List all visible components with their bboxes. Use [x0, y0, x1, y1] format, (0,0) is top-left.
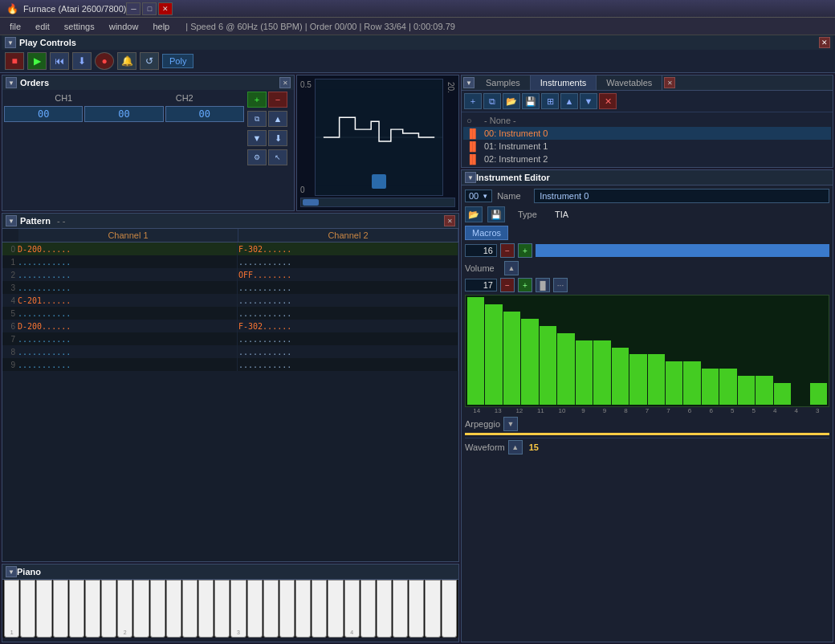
- volume-chart-btn[interactable]: ▐▌: [536, 278, 550, 292]
- piano-key-f1[interactable]: [53, 580, 68, 638]
- piano-key-d2[interactable]: [133, 580, 149, 638]
- piano-key-e3[interactable]: [263, 580, 279, 638]
- samples-close[interactable]: ✕: [664, 77, 675, 88]
- sample-none[interactable]: ○ - None -: [463, 114, 831, 127]
- piano-collapse[interactable]: ▼: [6, 566, 17, 577]
- piano-key-g1[interactable]: [69, 580, 84, 638]
- close-window-button[interactable]: ✕: [158, 2, 173, 15]
- orders-collapse[interactable]: ▼: [6, 77, 17, 88]
- piano-key-b2[interactable]: [214, 580, 230, 638]
- piano-key-g2[interactable]: [182, 580, 198, 638]
- menu-window[interactable]: window: [103, 20, 145, 33]
- orders-select[interactable]: ⚙: [247, 149, 267, 165]
- piano-key-f4[interactable]: [393, 580, 408, 638]
- samples-copy[interactable]: ⧉: [483, 93, 501, 109]
- ie-id-dropdown[interactable]: 00 ▼: [465, 190, 492, 202]
- orders-add[interactable]: +: [247, 92, 267, 108]
- piano-key-e2[interactable]: [150, 580, 165, 638]
- table-row[interactable]: 3 ........... ...........: [2, 281, 458, 294]
- play-button[interactable]: ▶: [27, 52, 47, 70]
- piano-key-a1[interactable]: [85, 580, 100, 638]
- samples-collapse[interactable]: ▼: [463, 77, 475, 88]
- play-controls-close[interactable]: ✕: [819, 37, 830, 48]
- samples-add[interactable]: +: [464, 93, 482, 109]
- piano-key-a2[interactable]: [198, 580, 214, 638]
- poly-button[interactable]: Poly: [162, 54, 193, 68]
- ie-collapse[interactable]: ▼: [465, 172, 476, 183]
- table-row[interactable]: 0 D-200...... F-302......: [2, 243, 458, 255]
- pattern-collapse[interactable]: ▼: [6, 215, 17, 226]
- tab-samples[interactable]: Samples: [476, 75, 531, 90]
- order-cell-ch2[interactable]: 00: [165, 106, 244, 122]
- list-item[interactable]: ▐▌ 02: Instrument 2: [463, 153, 831, 165]
- volume-num-input[interactable]: 17: [465, 279, 497, 291]
- order-cell-row[interactable]: 00: [4, 106, 83, 122]
- piano-key-c1[interactable]: 1: [4, 580, 19, 638]
- samples-group[interactable]: ⊞: [541, 93, 559, 109]
- macro-num-input[interactable]: 16: [465, 244, 497, 257]
- piano-key-c4[interactable]: 4: [344, 580, 360, 638]
- metronome-button[interactable]: 🔔: [117, 52, 136, 70]
- table-row[interactable]: 4 C-201...... ...........: [2, 294, 458, 307]
- wave-scrollbar-h[interactable]: [303, 199, 319, 206]
- piano-key-g4[interactable]: [409, 580, 424, 638]
- menu-help[interactable]: help: [146, 20, 176, 33]
- piano-key-b3[interactable]: [328, 580, 343, 638]
- menu-settings[interactable]: settings: [58, 20, 101, 33]
- wave-scroll-x[interactable]: [372, 174, 386, 189]
- order-cell-ch1[interactable]: 00: [84, 106, 163, 122]
- samples-down[interactable]: ▼: [580, 93, 597, 109]
- menu-file[interactable]: file: [3, 20, 27, 33]
- piano-key-d1[interactable]: [20, 580, 35, 638]
- volume-expand-btn[interactable]: ▲: [504, 261, 519, 275]
- arpeggio-expand-btn[interactable]: ▼: [503, 417, 518, 431]
- table-row[interactable]: 5 ........... ...........: [2, 307, 458, 320]
- samples-open[interactable]: 📂: [503, 93, 520, 109]
- piano-key-g3[interactable]: [295, 580, 311, 638]
- play-controls-collapse[interactable]: ▼: [5, 37, 16, 48]
- ie-load-btn[interactable]: 📂: [465, 206, 483, 222]
- piano-key-d3[interactable]: [247, 580, 263, 638]
- piano-key-f2[interactable]: [166, 580, 181, 638]
- menu-edit[interactable]: edit: [29, 20, 56, 33]
- piano-key-f3[interactable]: [279, 580, 295, 638]
- table-row[interactable]: 1 ........... ...........: [2, 255, 458, 268]
- repeat-button[interactable]: ↺: [140, 52, 159, 70]
- samples-up[interactable]: ▲: [560, 93, 578, 109]
- piano-key-c2[interactable]: 2: [117, 580, 132, 638]
- maximize-button[interactable]: □: [142, 2, 157, 15]
- order-row[interactable]: 00 00 00: [4, 106, 244, 122]
- orders-copy[interactable]: ⧉: [247, 111, 267, 127]
- tab-wavetables[interactable]: Wavetables: [597, 75, 662, 90]
- macros-button[interactable]: Macros: [465, 226, 508, 240]
- orders-cursor[interactable]: ↖: [268, 149, 287, 165]
- pattern-close[interactable]: ✕: [444, 215, 455, 226]
- volume-decrement[interactable]: −: [500, 278, 515, 292]
- waveform-expand-btn[interactable]: ▲: [508, 440, 523, 454]
- minimize-button[interactable]: ─: [126, 2, 141, 15]
- table-row[interactable]: 7 ........... ...........: [2, 332, 458, 345]
- stop-button[interactable]: ■: [5, 52, 24, 70]
- volume-options-btn[interactable]: ···: [553, 278, 568, 292]
- table-row[interactable]: 9 ........... ...........: [2, 358, 458, 371]
- samples-delete[interactable]: ✕: [599, 93, 617, 109]
- piano-key-a4[interactable]: [425, 580, 440, 638]
- piano-key-e1[interactable]: [36, 580, 51, 638]
- piano-keys[interactable]: 1 2: [4, 580, 457, 638]
- list-item[interactable]: ▐▌ 00: Instrument 0: [463, 127, 831, 140]
- ie-name-input[interactable]: Instrument 0: [534, 189, 829, 203]
- orders-close[interactable]: ✕: [279, 77, 291, 88]
- tab-instruments[interactable]: Instruments: [531, 75, 597, 90]
- samples-save[interactable]: 💾: [522, 93, 540, 109]
- piano-key-b4[interactable]: [442, 580, 457, 638]
- macro-decrement[interactable]: −: [500, 243, 515, 258]
- orders-down-arrow[interactable]: ⬇: [268, 130, 287, 146]
- list-item[interactable]: ▐▌ 01: Instrument 1: [463, 140, 831, 153]
- orders-up[interactable]: ▲: [268, 111, 287, 127]
- volume-increment[interactable]: +: [518, 278, 532, 292]
- back-button[interactable]: ⏮: [50, 52, 69, 70]
- orders-down2[interactable]: ▼: [247, 130, 267, 146]
- table-row[interactable]: 2 ........... OFF........: [2, 268, 458, 281]
- piano-key-d4[interactable]: [360, 580, 376, 638]
- piano-key-a3[interactable]: [312, 580, 327, 638]
